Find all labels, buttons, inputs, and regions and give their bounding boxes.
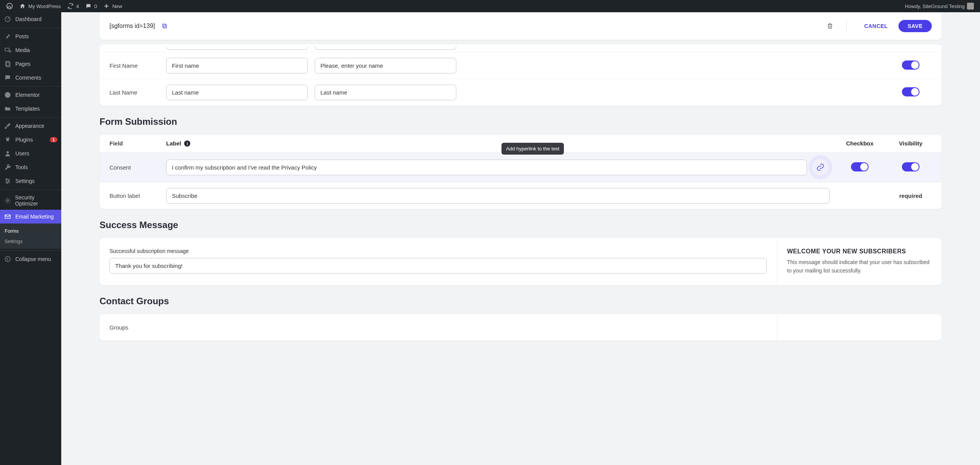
menu-media[interactable]: Media [0, 43, 61, 57]
form-header: [sgforms id=139] CANCEL SAVE [100, 12, 942, 40]
menu-tools[interactable]: Tools [0, 160, 61, 174]
svg-point-7 [7, 151, 9, 153]
svg-point-11 [7, 200, 8, 202]
menu-dashboard[interactable]: Dashboard [0, 12, 61, 26]
svg-rect-15 [162, 24, 165, 27]
sliders-icon [4, 177, 11, 185]
save-button[interactable]: SAVE [898, 20, 932, 32]
add-hyperlink-button[interactable] [811, 158, 830, 177]
plus-icon [103, 3, 110, 10]
success-label: Successful subscription message [109, 248, 767, 254]
menu-label: Pages [15, 61, 31, 67]
svg-point-6 [5, 92, 11, 98]
menu-plugins[interactable]: Plugins 1 [0, 133, 61, 147]
success-message-input[interactable] [109, 258, 767, 274]
new-link[interactable]: New [100, 0, 125, 12]
svg-point-3 [9, 51, 11, 52]
elementor-icon [4, 91, 11, 99]
menu-settings[interactable]: Settings [0, 174, 61, 188]
menu-label: Templates [15, 106, 40, 112]
hyperlink-tooltip: Add hyperlink to the text [501, 143, 564, 155]
pin-icon [4, 33, 11, 40]
button-label-input[interactable] [166, 188, 830, 204]
menu-templates[interactable]: Templates [0, 102, 61, 116]
consent-label-input[interactable] [166, 160, 807, 175]
col-field-header: Field [109, 140, 159, 147]
updates-link[interactable]: 4 [64, 0, 82, 12]
user-icon [4, 150, 11, 157]
consent-field-label: Consent [109, 164, 159, 171]
menu-security-optimizer[interactable]: Security Optimizer [0, 191, 61, 210]
site-name-link[interactable]: My WordPress [16, 0, 64, 12]
submenu-settings[interactable]: Settings [0, 236, 61, 246]
fields-card: First Name Last Name [100, 44, 942, 106]
last-name-visibility-toggle[interactable] [902, 87, 920, 96]
menu-label: Posts [15, 33, 29, 39]
last-name-label-input[interactable] [166, 85, 308, 100]
menu-label: Comments [15, 75, 41, 81]
menu-label: Appearance [15, 123, 44, 129]
brush-icon [4, 122, 11, 130]
email-icon [4, 213, 11, 220]
first-name-placeholder-input[interactable] [315, 58, 456, 73]
menu-users[interactable]: Users [0, 147, 61, 160]
new-label: New [112, 3, 122, 9]
wordpress-icon [6, 3, 13, 10]
delete-button[interactable] [825, 21, 835, 31]
success-card: Successful subscription message WELCOME … [100, 238, 942, 285]
comment-icon [4, 74, 11, 82]
svg-point-10 [7, 182, 8, 183]
form-submission-heading: Form Submission [100, 116, 942, 127]
welcome-text: This message should indicate that your u… [787, 258, 932, 275]
menu-posts[interactable]: Posts [0, 29, 61, 43]
refresh-icon [67, 3, 74, 10]
svg-rect-14 [163, 25, 167, 28]
copy-button[interactable] [160, 21, 170, 31]
last-name-placeholder-input[interactable] [315, 85, 456, 100]
menu-pages[interactable]: Pages [0, 57, 61, 71]
site-name-text: My WordPress [28, 3, 61, 9]
menu-elementor[interactable]: Elementor [0, 88, 61, 102]
submenu: Forms Settings [0, 224, 61, 249]
menu-appearance[interactable]: Appearance [0, 119, 61, 133]
info-icon[interactable]: i [184, 140, 190, 147]
menu-label: Security Optimizer [15, 194, 57, 207]
consent-visibility-toggle[interactable] [902, 162, 920, 171]
comment-icon [85, 3, 92, 10]
menu-email-marketing[interactable]: Email Marketing [0, 210, 61, 224]
collapse-menu[interactable]: Collapse menu [0, 252, 61, 266]
gear-icon [4, 197, 11, 204]
plug-icon [4, 136, 11, 144]
field-row-last-name: Last Name [100, 79, 942, 106]
home-icon [19, 3, 26, 10]
account-link[interactable]: Howdy, SiteGround Testing [902, 0, 977, 12]
field-name: First Name [109, 62, 159, 69]
first-name-label-input[interactable] [166, 58, 308, 73]
wrench-icon [4, 163, 11, 171]
menu-label: Users [15, 150, 29, 157]
svg-rect-2 [5, 48, 9, 51]
groups-label: Groups [109, 324, 767, 331]
wp-logo[interactable] [3, 0, 16, 12]
submenu-forms[interactable]: Forms [0, 226, 61, 236]
comments-count: 0 [94, 3, 97, 9]
menu-label: Settings [15, 178, 35, 184]
svg-point-8 [6, 179, 7, 180]
cancel-button[interactable]: CANCEL [858, 20, 894, 32]
plugins-badge: 1 [50, 137, 57, 142]
menu-comments[interactable]: Comments [0, 71, 61, 85]
contact-groups-card: Groups [100, 314, 942, 341]
shortcode-text: [sgforms id=139] [109, 23, 155, 29]
consent-checkbox-toggle[interactable] [851, 162, 869, 171]
updates-count: 4 [76, 3, 79, 9]
comments-link[interactable]: 0 [82, 0, 100, 12]
button-field-label: Button label [109, 193, 159, 199]
menu-label: Tools [15, 164, 28, 170]
menu-label: Plugins [15, 137, 33, 143]
first-name-visibility-toggle[interactable] [902, 60, 920, 70]
field-name: Last Name [109, 89, 159, 96]
folder-icon [4, 105, 11, 113]
howdy-text: Howdy, SiteGround Testing [905, 3, 965, 9]
pages-icon [4, 60, 11, 68]
col-label-header: Label [166, 140, 181, 147]
